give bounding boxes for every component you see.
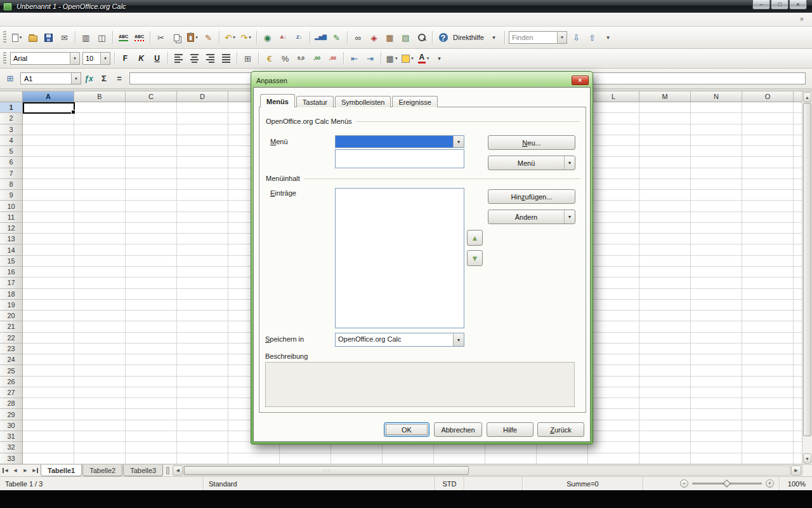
cell-M2[interactable] <box>639 113 691 124</box>
column-header-N[interactable]: N <box>691 91 742 102</box>
cell-N33[interactable] <box>691 453 742 464</box>
modify-button-label[interactable]: Ändern <box>488 213 564 221</box>
cell-P1[interactable] <box>794 102 802 113</box>
horizontal-scroll-thumb[interactable]: ··· <box>184 466 469 475</box>
cell-L27[interactable] <box>588 387 639 398</box>
cell-M32[interactable] <box>639 442 691 453</box>
cell-B16[interactable] <box>74 267 126 277</box>
cell-L28[interactable] <box>588 398 639 409</box>
cell-C22[interactable] <box>126 333 177 344</box>
row-header-16[interactable]: 16 <box>0 267 23 277</box>
cell-P5[interactable] <box>794 146 802 157</box>
cell-A21[interactable] <box>23 321 74 332</box>
cell-C32[interactable] <box>126 442 177 453</box>
minimize-icon[interactable]: – <box>752 0 770 10</box>
data-sources-icon[interactable]: ▤ <box>398 30 413 45</box>
cell-B28[interactable] <box>74 398 126 409</box>
previous-sheet-icon[interactable]: ◀ <box>10 465 20 476</box>
cell-L3[interactable] <box>588 124 639 135</box>
ok-button[interactable]: OK <box>384 422 429 437</box>
cell-M13[interactable] <box>639 234 691 244</box>
cell-M14[interactable] <box>639 244 691 255</box>
cell-O2[interactable] <box>742 113 794 124</box>
cell-O21[interactable] <box>742 321 794 332</box>
cell-C21[interactable] <box>126 321 177 332</box>
cell-M4[interactable] <box>639 135 691 146</box>
cell-M7[interactable] <box>639 168 691 179</box>
cell-C11[interactable] <box>126 212 177 223</box>
cell-O9[interactable] <box>742 190 794 201</box>
cell-B26[interactable] <box>74 377 126 387</box>
cell-N30[interactable] <box>691 420 742 431</box>
cell-O18[interactable] <box>742 289 794 300</box>
move-up-icon[interactable]: ▲ <box>467 230 483 246</box>
cell-L19[interactable] <box>588 300 639 311</box>
cell-C18[interactable] <box>126 289 177 300</box>
add-decimal-icon[interactable]: ,00 <box>310 51 324 66</box>
cell-O8[interactable] <box>742 179 794 190</box>
cell-B27[interactable] <box>74 387 126 398</box>
row-header-33[interactable]: 33 <box>0 453 23 464</box>
document-close-icon[interactable]: × <box>797 15 807 24</box>
cell-L1[interactable] <box>588 102 639 113</box>
equals-icon[interactable]: = <box>112 72 127 86</box>
cell-B2[interactable] <box>74 113 126 124</box>
name-box[interactable]: A1 ▼ <box>20 72 81 84</box>
cell-P32[interactable] <box>794 442 802 453</box>
format-paintbrush-icon[interactable]: ✎ <box>201 30 216 45</box>
cell-M11[interactable] <box>639 212 691 223</box>
cell-P21[interactable] <box>794 321 802 332</box>
cell-M23[interactable] <box>639 344 691 354</box>
cell-O25[interactable] <box>742 365 794 376</box>
cell-L23[interactable] <box>588 344 639 354</box>
cell-D4[interactable] <box>177 135 228 146</box>
menu-dropdown-list[interactable] <box>335 149 464 168</box>
new-document-icon[interactable]: ▾ <box>10 30 24 45</box>
cell-M16[interactable] <box>639 267 691 277</box>
row-header-13[interactable]: 13 <box>0 234 23 244</box>
cell-P14[interactable] <box>794 244 802 255</box>
row-header-1[interactable]: 1 <box>0 102 23 113</box>
cell-M24[interactable] <box>639 354 691 365</box>
cell-P7[interactable] <box>794 168 802 179</box>
cell-D6[interactable] <box>177 157 228 168</box>
cell-O29[interactable] <box>742 409 794 420</box>
cell-P10[interactable] <box>794 201 802 211</box>
cell-L21[interactable] <box>588 321 639 332</box>
cell-L20[interactable] <box>588 311 639 321</box>
cell-L31[interactable] <box>588 431 639 442</box>
cell-A2[interactable] <box>23 113 74 124</box>
find-box-dropdown-icon[interactable]: ▼ <box>557 32 566 43</box>
entries-listbox[interactable] <box>335 188 464 328</box>
cell-B13[interactable] <box>74 234 126 244</box>
direkthilfe-icon[interactable]: ? <box>436 30 450 45</box>
dialog-close-icon[interactable]: × <box>572 76 589 85</box>
cell-L6[interactable] <box>588 157 639 168</box>
cell-A30[interactable] <box>23 420 74 431</box>
draw-functions-icon[interactable]: ✎ <box>329 30 344 45</box>
cut-icon[interactable]: ✂ <box>154 30 168 45</box>
modify-button[interactable]: Ändern ▼ <box>488 210 575 224</box>
cell-D5[interactable] <box>177 146 228 157</box>
cell-L2[interactable] <box>588 113 639 124</box>
cell-C29[interactable] <box>126 409 177 420</box>
cell-O10[interactable] <box>742 201 794 211</box>
cell-M9[interactable] <box>639 190 691 201</box>
dialog-title-bar[interactable]: Anpassen × <box>253 74 591 87</box>
row-header-18[interactable]: 18 <box>0 289 23 300</box>
cell-A18[interactable] <box>23 289 74 300</box>
sort-ascending-icon[interactable]: A↓ <box>276 30 291 45</box>
font-size-box[interactable]: 10▼ <box>82 52 110 65</box>
cell-O17[interactable] <box>742 277 794 288</box>
cell-P3[interactable] <box>794 124 802 135</box>
bold-icon[interactable]: F <box>118 51 133 66</box>
cell-P13[interactable] <box>794 234 802 244</box>
cell-C16[interactable] <box>126 267 177 277</box>
cell-A15[interactable] <box>23 256 74 267</box>
menu-button-dropdown-icon[interactable]: ▼ <box>564 156 575 170</box>
cell-O3[interactable] <box>742 124 794 135</box>
cell-D20[interactable] <box>177 311 228 321</box>
new-button[interactable]: Neu... <box>488 135 575 150</box>
scroll-left-icon[interactable]: ◀ <box>173 465 183 476</box>
column-header-D[interactable]: D <box>177 91 228 102</box>
